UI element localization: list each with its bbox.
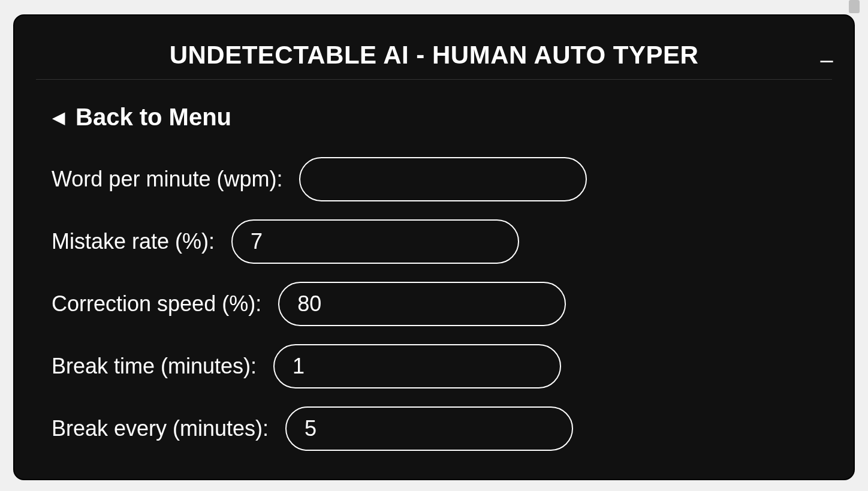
settings-panel: UNDETECTABLE AI - HUMAN AUTO TYPER – ◀ B…	[13, 14, 855, 480]
back-arrow-icon: ◀	[53, 110, 65, 125]
scrollbar-thumb[interactable]	[849, 0, 860, 13]
correction-speed-input[interactable]	[278, 282, 566, 326]
break-every-input[interactable]	[285, 406, 573, 451]
panel-content: ◀ Back to Menu Word per minute (wpm): Mi…	[14, 80, 854, 480]
panel-header: UNDETECTABLE AI - HUMAN AUTO TYPER –	[36, 16, 832, 80]
wpm-input[interactable]	[299, 157, 587, 201]
correction-speed-label: Correction speed (%):	[52, 291, 261, 317]
correction-speed-row: Correction speed (%):	[52, 282, 818, 326]
minimize-button[interactable]: –	[818, 49, 836, 71]
break-every-label: Break every (minutes):	[52, 416, 269, 441]
break-time-input[interactable]	[273, 344, 561, 388]
break-time-row: Break time (minutes):	[52, 344, 818, 388]
mistake-rate-row: Mistake rate (%):	[52, 219, 818, 264]
back-link-label: Back to Menu	[76, 104, 231, 131]
panel-title: UNDETECTABLE AI - HUMAN AUTO TYPER	[170, 41, 699, 70]
break-every-row: Break every (minutes):	[52, 406, 818, 451]
wpm-label: Word per minute (wpm):	[52, 167, 282, 192]
back-to-menu-link[interactable]: ◀ Back to Menu	[53, 104, 818, 131]
mistake-rate-label: Mistake rate (%):	[52, 229, 215, 254]
wpm-row: Word per minute (wpm):	[52, 157, 818, 201]
break-time-label: Break time (minutes):	[52, 354, 257, 379]
mistake-rate-input[interactable]	[231, 219, 519, 264]
